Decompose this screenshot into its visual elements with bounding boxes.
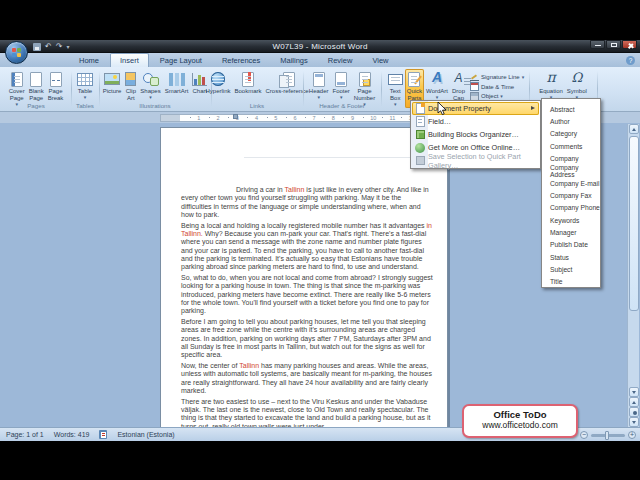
wordart-button[interactable]: WordArt▾ [424, 69, 450, 101]
ruler-number: 11 [390, 115, 396, 121]
submenu-item-status[interactable]: Status [542, 251, 600, 263]
quick-parts-icon [408, 72, 420, 87]
submenu-item-manager[interactable]: Manager [542, 226, 600, 238]
submenu-item-subject[interactable]: Subject [542, 263, 600, 275]
table-button[interactable]: Table▾ [75, 69, 95, 101]
date-time-button[interactable]: Date & Time [470, 83, 524, 91]
submenu-item-category[interactable]: Category [542, 128, 600, 140]
hyperlink-icon [211, 72, 225, 86]
body-text: Before I am going to tell you about park… [181, 318, 431, 358]
footer-button[interactable]: Footer▾ [331, 69, 352, 101]
submenu-arrow-icon [531, 106, 535, 110]
bookmark-button[interactable]: Bookmark [233, 69, 264, 96]
submenu-item-abstract[interactable]: Abstract [542, 103, 600, 115]
page-indicator[interactable]: Page: 1 of 1 [6, 431, 44, 438]
ruler-number: 1 [197, 115, 200, 121]
zoom-slider[interactable] [591, 434, 625, 437]
paragraph: Before I am going to tell you about park… [181, 318, 433, 359]
object-button[interactable]: Object▾ [470, 92, 524, 100]
next-page-button[interactable] [629, 417, 639, 427]
submenu-item-company-address[interactable]: Company Address [542, 165, 600, 177]
menu-item-document-property[interactable]: Document Property [412, 102, 539, 115]
maximize-button[interactable] [606, 40, 621, 49]
shapes-button[interactable]: Shapes▾ [138, 69, 162, 101]
tallinn-highlighted-text: Tallinn [239, 362, 259, 369]
body-text: There are two easiest to use – next to t… [181, 398, 430, 427]
tab-review[interactable]: Review [319, 54, 362, 67]
tab-references[interactable]: References [213, 54, 269, 67]
word-count[interactable]: Words: 419 [54, 431, 90, 438]
office-button[interactable] [5, 41, 28, 64]
date-time-icon [470, 82, 479, 91]
select-browse-object-button[interactable] [629, 407, 639, 417]
zoom-in-button[interactable]: + [628, 431, 636, 439]
submenu-item-company-phone[interactable]: Company Phone [542, 202, 600, 214]
word-window: ↶ ↷ ▾ W07L39 - Microsoft Word HomeInsert… [0, 40, 640, 441]
paragraph: Driving a car in Tallinn is just like in… [181, 186, 433, 219]
zoom-out-button[interactable]: − [580, 431, 588, 439]
spellcheck-icon[interactable] [99, 430, 107, 439]
body-text: Why? Because you can m-park your car. Th… [181, 230, 426, 270]
document-page[interactable]: Driving a car in Tallinn is just like in… [160, 127, 448, 427]
clip-art-button[interactable]: ClipArt [123, 69, 138, 103]
tab-home[interactable]: Home [70, 54, 108, 67]
save-gallery-icon [416, 156, 425, 165]
menu-item-save-selection-to-quick-part-gallery[interactable]: Save Selection to Quick Part Gallery… [412, 154, 539, 167]
submenu-item-publish-date[interactable]: Publish Date [542, 239, 600, 251]
scrollbar-thumb[interactable] [629, 136, 639, 311]
header-button[interactable]: Header▾ [307, 69, 331, 101]
zoom-control: − + [580, 431, 636, 439]
submenu-item-company-fax[interactable]: Company Fax [542, 189, 600, 201]
equation-button[interactable]: Equation▾ [537, 69, 565, 101]
group-label-tables: Tables [72, 102, 98, 109]
tab-insert[interactable]: Insert [110, 53, 149, 67]
body-text: Being a local and holding a locally regi… [181, 222, 427, 229]
blank-page-button[interactable]: BlankPage [27, 69, 46, 103]
ribbon-group-pages: CoverPage▾BlankPagePageBreakPages [2, 68, 70, 110]
body-text: is just like in every other city. And li… [181, 186, 429, 218]
minimize-button[interactable] [590, 40, 605, 49]
title-bar: ↶ ↷ ▾ W07L39 - Microsoft Word [0, 40, 640, 53]
table-icon [77, 73, 93, 86]
ribbon-group-illustrations: PictureClipArtShapes▾SmartArtChartIllust… [100, 68, 210, 110]
submenu-item-author[interactable]: Author [542, 115, 600, 127]
menu-item-field[interactable]: Field… [412, 115, 539, 128]
watermark-url: www.officetodo.com [464, 420, 576, 430]
menu-item-building-blocks-organizer[interactable]: Building Blocks Organizer… [412, 128, 539, 141]
body-text: Now, the center of [181, 362, 239, 369]
submenu-item-company[interactable]: Company [542, 152, 600, 164]
scroll-up-button[interactable] [629, 124, 639, 134]
page-number-icon [359, 72, 371, 87]
tab-mailings[interactable]: Mailings [271, 54, 317, 67]
submenu-item-title[interactable]: Title [542, 276, 600, 288]
ruler-number: 4 [255, 115, 258, 121]
ribbon-group-tables: Table▾Tables [72, 68, 98, 110]
header-icon [313, 72, 325, 87]
zoom-slider-thumb[interactable] [605, 431, 609, 440]
language-indicator[interactable]: Estonian (Estonia) [117, 431, 174, 438]
close-button[interactable] [622, 40, 637, 49]
previous-page-button[interactable] [629, 397, 639, 407]
group-label-illustrations: Illustrations [100, 102, 210, 109]
submenu-item-comments[interactable]: Comments [542, 140, 600, 152]
page-break-button[interactable]: PageBreak [46, 69, 66, 103]
submenu-item-keywords[interactable]: Keywords [542, 214, 600, 226]
paragraph: So, what to do, when you are not local a… [181, 274, 433, 315]
tallinn-highlighted-text: Tallinn [285, 186, 305, 193]
tab-view[interactable]: View [363, 54, 397, 67]
group-label-pages: Pages [2, 102, 70, 109]
smartart-button[interactable]: SmartArt [163, 69, 191, 96]
vertical-scrollbar[interactable] [627, 124, 639, 427]
submenu-item-company-e-mail[interactable]: Company E-mail [542, 177, 600, 189]
first-line-indent-marker[interactable] [233, 114, 238, 119]
picture-button[interactable]: Picture [101, 69, 124, 96]
help-icon[interactable]: ? [626, 56, 635, 65]
tab-page-layout[interactable]: Page Layout [151, 54, 211, 67]
group-label-header-footer: Header & Footer [304, 102, 380, 109]
scroll-down-button[interactable] [629, 387, 639, 397]
quick-parts-menu: Document PropertyField…Building Blocks O… [410, 100, 541, 169]
symbol-button[interactable]: Symbol▾ [565, 69, 589, 101]
hyperlink-button[interactable]: Hyperlink [203, 69, 232, 96]
signature-line-button[interactable]: Signature Line▾ [470, 73, 524, 81]
drop-cap-icon [455, 75, 463, 84]
